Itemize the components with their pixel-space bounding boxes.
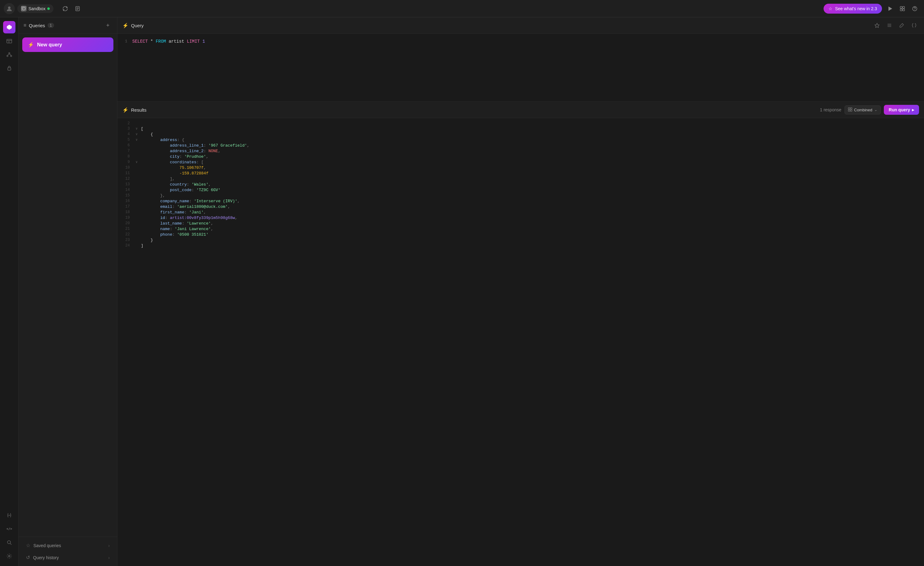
svg-marker-1 bbox=[22, 7, 26, 10]
result-line: 11 -159.872884f bbox=[117, 170, 924, 176]
result-line: 16 company_name: 'Interserve (IRV)', bbox=[117, 198, 924, 204]
result-line: 22 phone: '0500 351021' bbox=[117, 232, 924, 237]
result-line: 14 post_code: 'TZ9C 6GV' bbox=[117, 187, 924, 193]
rail-settings-icon[interactable] bbox=[3, 550, 15, 562]
svg-line-21 bbox=[8, 54, 9, 56]
rail-code-icon[interactable] bbox=[3, 523, 15, 535]
rail-search-icon[interactable] bbox=[3, 536, 15, 549]
svg-point-28 bbox=[8, 555, 10, 557]
result-line-number: 23 bbox=[117, 238, 134, 242]
braces-button[interactable] bbox=[909, 20, 919, 30]
play-button[interactable] bbox=[885, 3, 896, 14]
topbar-actions bbox=[60, 3, 83, 14]
result-line-content: ] bbox=[140, 244, 143, 248]
list-button[interactable] bbox=[885, 20, 894, 30]
result-line-number: 17 bbox=[117, 205, 134, 209]
result-line-content: city: 'Prudhoe', bbox=[140, 154, 208, 159]
result-line: 20 last_name: 'Lawrence', bbox=[117, 221, 924, 226]
query-header-left: ⚡ Query bbox=[122, 23, 144, 29]
saved-queries-label: Saved queries bbox=[33, 543, 61, 548]
sidebar-header: ≡ Queries 1 + bbox=[18, 17, 117, 34]
result-line: 12 ], bbox=[117, 176, 924, 182]
result-line-content: } bbox=[140, 238, 153, 242]
result-line-toggle[interactable]: ∨ bbox=[134, 160, 140, 164]
sidebar-footer: ☆ Saved queries › ↺ Query history › bbox=[18, 537, 117, 566]
result-line-number: 2 bbox=[117, 121, 134, 126]
workspace-name: Sandbox bbox=[28, 6, 45, 11]
query-header-right bbox=[872, 20, 919, 30]
results-panel: ⚡ Results 1 response bbox=[117, 102, 924, 566]
svg-point-0 bbox=[8, 6, 10, 9]
document-button[interactable] bbox=[72, 3, 83, 14]
run-icon: ▸ bbox=[912, 107, 914, 112]
svg-rect-33 bbox=[848, 108, 850, 109]
topbar-left: Sandbox bbox=[4, 3, 83, 14]
svg-point-14 bbox=[8, 26, 10, 28]
edit-button[interactable] bbox=[897, 20, 907, 30]
result-line-number: 4 bbox=[117, 132, 134, 136]
result-line: 9 ∨ coordinates: [ bbox=[117, 159, 924, 165]
code-editor[interactable]: 1 SELECT * FROM artist LIMIT 1 bbox=[117, 34, 924, 102]
result-line-content: country: 'Wales', bbox=[140, 182, 211, 187]
add-query-button[interactable]: + bbox=[104, 21, 112, 30]
result-line-number: 6 bbox=[117, 143, 134, 148]
result-line: 10 75.106707f, bbox=[117, 165, 924, 170]
result-line-toggle[interactable]: ∨ bbox=[134, 126, 140, 131]
svg-marker-6 bbox=[888, 6, 892, 11]
run-query-label: Run query bbox=[889, 107, 910, 112]
result-line-content: address: { bbox=[140, 138, 184, 142]
result-line-number: 12 bbox=[117, 177, 134, 181]
result-line: 18 first_name: 'Jani', bbox=[117, 209, 924, 215]
rail-graph-icon[interactable] bbox=[3, 48, 15, 61]
query-icon: ⚡ bbox=[122, 23, 129, 29]
result-line-number: 21 bbox=[117, 227, 134, 231]
svg-point-18 bbox=[9, 53, 10, 54]
rail-function-icon[interactable] bbox=[3, 509, 15, 521]
results-title: Results bbox=[131, 107, 147, 113]
saved-queries-left: ☆ Saved queries bbox=[26, 542, 61, 548]
combined-selector[interactable]: Combined ⌄ bbox=[844, 105, 881, 114]
rail-tables-icon[interactable] bbox=[3, 35, 15, 47]
result-line: 17 email: 'aerial1800@duck.com', bbox=[117, 204, 924, 209]
saved-queries-item[interactable]: ☆ Saved queries › bbox=[21, 539, 115, 551]
new-query-icon: ⚡ bbox=[28, 42, 34, 48]
result-line: 3 ∨ [ bbox=[117, 126, 924, 131]
result-line-toggle[interactable]: ∨ bbox=[134, 132, 140, 136]
result-line-toggle[interactable]: ∨ bbox=[134, 138, 140, 142]
topbar: Sandbox bbox=[0, 0, 924, 17]
result-line: 15 }, bbox=[117, 193, 924, 198]
grid-button[interactable] bbox=[897, 3, 908, 14]
svg-line-25 bbox=[9, 528, 10, 530]
query-history-chevron: › bbox=[108, 555, 110, 560]
topbar-right: ☆ See what's new in 2.3 bbox=[824, 3, 920, 14]
workspace-selector[interactable]: Sandbox bbox=[17, 5, 54, 13]
svg-rect-23 bbox=[8, 68, 11, 70]
sync-button[interactable] bbox=[60, 3, 71, 14]
result-line: 23 } bbox=[117, 237, 924, 243]
help-button[interactable] bbox=[909, 3, 920, 14]
result-line-number: 15 bbox=[117, 193, 134, 198]
sidebar-header-left: ≡ Queries 1 bbox=[24, 23, 54, 28]
svg-point-26 bbox=[8, 540, 10, 544]
new-query-label: New query bbox=[37, 42, 62, 48]
result-line-number: 7 bbox=[117, 149, 134, 153]
query-panel: ⚡ Query bbox=[117, 17, 924, 566]
results-code[interactable]: 2 3 ∨ [ 4 ∨ { 5 ∨ address: { 6 address_l… bbox=[117, 118, 924, 566]
rail-queries-icon[interactable] bbox=[3, 21, 15, 33]
whats-new-button[interactable]: ☆ See what's new in 2.3 bbox=[824, 4, 882, 14]
svg-point-20 bbox=[10, 56, 12, 57]
star-button[interactable] bbox=[872, 20, 882, 30]
result-line-content: -159.872884f bbox=[140, 171, 208, 176]
query-history-icon: ↺ bbox=[26, 555, 30, 560]
result-line: 2 bbox=[117, 120, 924, 126]
svg-point-12 bbox=[915, 10, 915, 10]
result-line-content: post_code: 'TZ9C 6GV' bbox=[140, 188, 220, 193]
svg-marker-29 bbox=[875, 23, 879, 27]
saved-queries-chevron: › bbox=[108, 543, 110, 548]
new-query-button[interactable]: ⚡ New query bbox=[22, 38, 113, 52]
line-content: SELECT * FROM artist LIMIT 1 bbox=[132, 39, 205, 44]
rail-lock-icon[interactable] bbox=[3, 62, 15, 74]
query-history-item[interactable]: ↺ Query history › bbox=[21, 551, 115, 563]
run-query-button[interactable]: Run query ▸ bbox=[884, 105, 919, 115]
result-line-number: 3 bbox=[117, 126, 134, 131]
